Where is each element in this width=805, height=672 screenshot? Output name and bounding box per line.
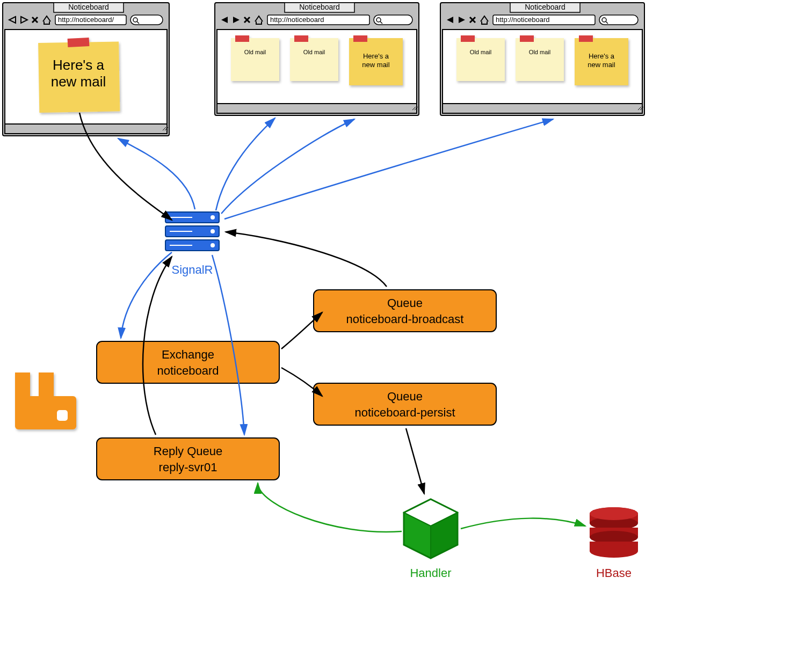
search-field-2[interactable]: [374, 15, 412, 25]
url-text-2: http://noticeboard: [270, 16, 324, 24]
browser-title-3: Noticeboard: [525, 3, 565, 11]
browser-window-1: Noticeboard http://noticeboard/ Here's a…: [3, 3, 169, 136]
queue-broadcast-box: Queue noticeboard-broadcast: [314, 290, 496, 332]
svg-text:noticeboard-broadcast: noticeboard-broadcast: [346, 312, 464, 326]
arrow-handler-to-hbase: [461, 518, 585, 529]
svg-text:Here's anew mail: Here's anew mail: [588, 52, 615, 69]
svg-text:Exchange: Exchange: [162, 348, 214, 361]
server-icon: [165, 212, 219, 251]
svg-text:Old mail: Old mail: [244, 49, 266, 55]
svg-text:Old mail: Old mail: [303, 49, 325, 55]
svg-rect-36: [579, 35, 593, 42]
arrow-signalr-to-browser2a: [216, 118, 275, 210]
svg-text:reply-svr01: reply-svr01: [159, 461, 217, 474]
svg-text:noticeboard-persist: noticeboard-persist: [354, 406, 455, 419]
note-text-new-1: Here's anew mail: [51, 57, 106, 90]
svg-rect-32: [516, 38, 564, 81]
browser-title-1: Noticeboard: [68, 3, 109, 11]
svg-rect-29: [456, 38, 505, 81]
svg-rect-30: [461, 35, 475, 42]
sticky-note-old-b3-2: Old mail: [516, 35, 564, 81]
arrow-signalr-to-browser3: [224, 119, 553, 219]
handler-icon: [404, 499, 458, 558]
arrow-broadcast-to-signalr: [226, 232, 387, 287]
svg-point-71: [590, 507, 638, 520]
url-text-1: http://noticeboard/: [58, 16, 114, 24]
exchange-box: Exchange noticeboard: [97, 341, 279, 383]
svg-rect-59: [57, 410, 68, 421]
hbase-label: HBase: [596, 566, 632, 580]
sticky-note-old-b2-2: Old mail: [290, 35, 338, 81]
svg-text:noticeboard: noticeboard: [157, 364, 219, 377]
browser-title-2: Noticeboard: [299, 3, 340, 11]
arrow-signalr-to-browser1: [118, 138, 195, 209]
svg-rect-7: [68, 38, 90, 47]
svg-text:Old mail: Old mail: [470, 49, 491, 55]
svg-text:Here's anew mail: Here's anew mail: [362, 52, 389, 69]
svg-text:Queue: Queue: [387, 390, 423, 403]
svg-rect-25: [443, 104, 642, 113]
svg-rect-33: [520, 35, 534, 42]
search-field-3[interactable]: [599, 15, 638, 25]
svg-point-70: [590, 545, 638, 558]
svg-rect-21: [353, 35, 367, 42]
sticky-note-new-1: Here's anew mail: [38, 38, 120, 113]
svg-rect-10: [217, 104, 417, 113]
url-text-3: http://noticeboard: [496, 16, 549, 24]
svg-point-43: [211, 229, 215, 233]
arrow-handler-to-reply: [258, 483, 402, 532]
rabbitmq-icon: [15, 372, 76, 429]
svg-text:Queue: Queue: [387, 296, 423, 310]
sticky-note-old-b2-1: Old mail: [231, 35, 279, 81]
sticky-note-new-b3: Here's anew mail: [575, 35, 628, 85]
browser-window-2: Noticeboard http://noticeboard Old mail …: [215, 3, 419, 115]
database-icon: [590, 507, 638, 558]
reply-queue-box: Reply Queue reply-svr01: [97, 438, 279, 480]
svg-point-46: [211, 243, 215, 247]
svg-text:Reply Queue: Reply Queue: [154, 444, 222, 458]
svg-text:Old mail: Old mail: [529, 49, 550, 55]
browser-window-3: Noticeboard http://noticeboard Old mail …: [440, 3, 644, 115]
svg-point-40: [211, 215, 215, 220]
arrow-persist-to-handler: [406, 428, 424, 494]
signalr-label: SignalR: [171, 263, 213, 276]
sticky-note-new-b2: Here's anew mail: [349, 35, 403, 85]
svg-rect-18: [294, 35, 308, 42]
queue-persist-box: Queue noticeboard-persist: [314, 383, 496, 425]
sticky-note-old-b3-1: Old mail: [456, 35, 505, 81]
search-field-1[interactable]: [130, 15, 163, 25]
handler-label: Handler: [410, 566, 451, 580]
svg-rect-15: [235, 35, 249, 42]
svg-rect-14: [231, 38, 279, 81]
svg-rect-17: [290, 38, 338, 81]
